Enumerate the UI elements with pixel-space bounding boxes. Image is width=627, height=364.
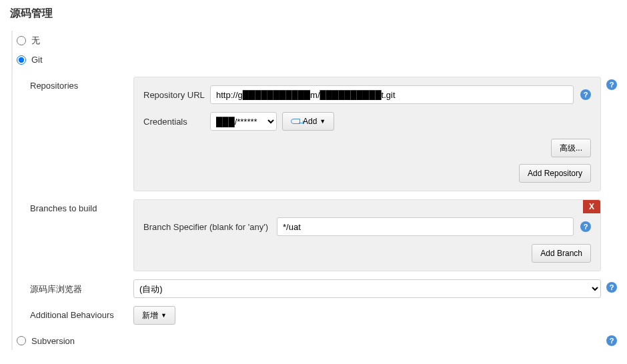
- help-icon[interactable]: ?: [606, 335, 617, 346]
- chevron-down-icon: ▼: [320, 118, 326, 125]
- radio-git[interactable]: [17, 55, 26, 65]
- repositories-label: Repositories: [30, 77, 133, 91]
- key-icon: [291, 119, 300, 124]
- add-behaviour-label: 新增: [142, 310, 158, 321]
- advanced-button[interactable]: 高级...: [551, 139, 591, 157]
- branches-panel: X Branch Specifier (blank for 'any') ? A…: [133, 199, 601, 271]
- scm-option-git[interactable]: Git: [17, 51, 617, 69]
- branches-label: Branches to build: [30, 199, 133, 213]
- help-icon[interactable]: ?: [606, 79, 617, 90]
- help-icon[interactable]: ?: [580, 89, 591, 100]
- radio-subversion[interactable]: [17, 336, 26, 345]
- radio-subversion-label: Subversion: [31, 336, 75, 346]
- browser-label: 源码库浏览器: [30, 279, 133, 295]
- add-repository-button[interactable]: Add Repository: [519, 164, 591, 183]
- branch-specifier-label: Branch Specifier (blank for 'any'): [143, 222, 277, 232]
- repo-url-label: Repository URL: [143, 90, 210, 100]
- radio-git-label: Git: [31, 55, 43, 65]
- add-credentials-label: Add: [303, 117, 317, 126]
- close-icon[interactable]: X: [583, 200, 600, 213]
- radio-none-label: 无: [31, 35, 40, 47]
- repositories-panel: Repository URL ? Credentials ███/******: [133, 77, 601, 191]
- radio-none[interactable]: [17, 36, 26, 45]
- branch-specifier-input[interactable]: [277, 217, 574, 236]
- section-title: 源码管理: [10, 0, 617, 31]
- credentials-label: Credentials: [143, 117, 210, 127]
- additional-label: Additional Behaviours: [30, 306, 133, 320]
- help-icon[interactable]: ?: [606, 282, 617, 293]
- help-icon[interactable]: ?: [580, 221, 591, 232]
- add-credentials-button[interactable]: Add ▼: [282, 112, 334, 131]
- chevron-down-icon: ▼: [161, 312, 167, 319]
- credentials-select[interactable]: ███/******: [210, 112, 277, 131]
- add-branch-button[interactable]: Add Branch: [532, 244, 591, 263]
- browser-select[interactable]: (自动): [133, 279, 601, 298]
- add-behaviour-button[interactable]: 新增 ▼: [133, 306, 175, 325]
- scm-option-subversion[interactable]: Subversion ?: [17, 331, 617, 350]
- repo-url-input[interactable]: [210, 85, 574, 104]
- scm-option-none[interactable]: 无: [17, 31, 617, 51]
